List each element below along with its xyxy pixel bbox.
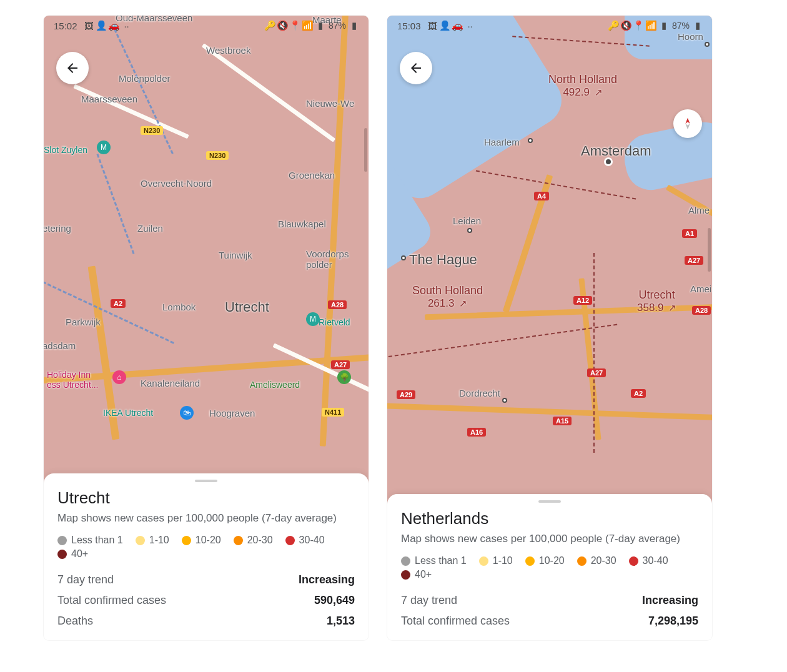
- stat-key: Total confirmed cases: [57, 594, 166, 607]
- legend-item: 30-40: [629, 555, 668, 566]
- road-badge: A27: [587, 368, 606, 377]
- scroll-indicator: [708, 228, 711, 272]
- map-label: etering: [44, 223, 71, 234]
- city-dot: [401, 255, 406, 260]
- legend-item: 1-10: [479, 555, 513, 566]
- legend-label: 10-20: [196, 535, 221, 546]
- road-badge: N230: [206, 151, 229, 160]
- legend-label: Less than 1: [415, 555, 467, 566]
- map-label: Amelisweerd: [250, 380, 300, 390]
- stat-value: Increasing: [299, 573, 355, 586]
- map-label: Overvecht-Noord: [141, 178, 212, 189]
- map-label: Maarsseveen: [81, 94, 137, 104]
- legend-item: 40+: [57, 548, 88, 560]
- stat-row: Total confirmed cases590,649: [57, 590, 355, 611]
- bottom-sheet[interactable]: Utrecht Map shows new cases per 100,000 …: [44, 473, 369, 640]
- legend-label: 40+: [415, 569, 432, 580]
- stat-row: Deaths1,513: [57, 611, 355, 631]
- sheet-subtitle: Map shows new cases per 100,000 people (…: [401, 532, 698, 546]
- map-label: Nieuwe-We: [306, 98, 354, 109]
- map-label: Westbroek: [206, 45, 250, 56]
- legend-item: 20-30: [234, 535, 273, 546]
- region-title: Utrecht: [57, 488, 355, 508]
- legend-label: 30-40: [299, 535, 325, 546]
- road-badge: N411: [322, 408, 344, 417]
- poi-pin[interactable]: M: [306, 312, 320, 326]
- region-overlay[interactable]: Utrecht358.9 ↗: [637, 289, 676, 314]
- road-badge: N230: [141, 126, 163, 135]
- bottom-sheet[interactable]: Netherlands Map shows new cases per 100,…: [387, 494, 712, 640]
- stat-value: 590,649: [314, 594, 355, 607]
- legend-dot: [234, 536, 243, 545]
- back-button[interactable]: [56, 52, 89, 84]
- sheet-subtitle: Map shows new cases per 100,000 people (…: [57, 511, 355, 526]
- map-label: Lombok: [162, 302, 196, 312]
- map-label: Oud-Maarsseveen: [116, 16, 192, 23]
- road-line: [387, 403, 712, 421]
- scroll-indicator: [364, 128, 367, 172]
- map-label: Hoorn: [678, 31, 703, 42]
- legend-dot: [57, 550, 67, 559]
- road-line: [73, 84, 189, 139]
- legend-dot: [577, 556, 587, 566]
- phone-right: 15:03 🖼 👤 🚗 ·· 🔑 🔇 📍 📶 ▮ 87% ▮: [387, 16, 712, 640]
- map-label: IKEA Utrecht: [103, 408, 153, 418]
- rail-line: [44, 276, 174, 343]
- drag-handle[interactable]: [195, 480, 217, 482]
- poi-pin[interactable]: M: [97, 141, 111, 154]
- legend-label: Less than 1: [71, 535, 123, 546]
- rail-line: [97, 154, 135, 254]
- stat-row: 7 day trendIncreasing: [401, 590, 698, 611]
- legend-dot: [136, 536, 145, 545]
- stat-key: 7 day trend: [401, 594, 457, 607]
- region-overlay[interactable]: South Holland261.3 ↗: [412, 284, 483, 310]
- compass-icon: [681, 117, 695, 131]
- poi-pin[interactable]: 🛍: [180, 406, 194, 420]
- map-label: adsdam: [44, 340, 76, 351]
- map-label: Holiday Inness Utrecht...: [47, 370, 98, 390]
- road-badge: A28: [692, 306, 711, 315]
- map-canvas[interactable]: HoornHaarlemAmsterdamAlmeLeidenThe Hague…: [387, 16, 712, 504]
- city-dot: [502, 398, 507, 403]
- region-border: [387, 324, 617, 358]
- region-overlay[interactable]: North Holland492.9 ↗: [548, 73, 617, 99]
- phone-left: 15:02 🖼 👤 🚗 ·· 🔑 🔇 📍 📶 ▮ 87% ▮: [44, 16, 369, 640]
- map-canvas[interactable]: Oud-MaarsseveenMaarteWestbroekMolenpolde…: [44, 16, 369, 483]
- legend-item: 10-20: [525, 555, 565, 566]
- map-label: Maarte: [312, 16, 342, 25]
- legend-label: 20-30: [591, 555, 616, 566]
- map-label: Slot Zuylen: [44, 145, 87, 155]
- stat-row: 7 day trendIncreasing: [57, 570, 355, 590]
- stat-key: Total confirmed cases: [401, 615, 510, 628]
- city-dot: [528, 138, 533, 143]
- legend: Less than 11-1010-2020-3030-4040+: [401, 555, 698, 580]
- poi-pin[interactable]: 🌳: [337, 370, 351, 384]
- stat-key: 7 day trend: [57, 573, 114, 586]
- legend-dot: [629, 556, 638, 566]
- poi-pin[interactable]: ⌂: [112, 370, 126, 384]
- back-button[interactable]: [400, 52, 432, 84]
- road-line: [202, 43, 335, 142]
- compass-button[interactable]: [673, 109, 702, 138]
- road-badge: A27: [685, 256, 703, 265]
- road-badge: A27: [331, 360, 350, 369]
- stat-value: 1,513: [327, 615, 355, 628]
- map-label: Amei: [690, 284, 711, 294]
- road-badge: A2: [111, 299, 126, 308]
- region-border: [593, 253, 595, 453]
- map-label: Utrecht: [225, 299, 269, 315]
- map-label: Molenpolder: [119, 73, 171, 84]
- water-sea: [387, 16, 571, 207]
- arrow-left-icon: [65, 61, 80, 76]
- map-label: Kanaleneiland: [141, 378, 200, 388]
- legend-label: 10-20: [539, 555, 565, 566]
- legend-item: 20-30: [577, 555, 616, 566]
- legend-item: 10-20: [182, 535, 221, 546]
- stat-value: Increasing: [642, 594, 698, 607]
- map-label: Alme: [688, 205, 710, 215]
- legend-label: 30-40: [643, 555, 668, 566]
- stat-key: Deaths: [57, 615, 93, 628]
- legend: Less than 11-1010-2020-3030-4040+: [57, 535, 355, 560]
- drag-handle[interactable]: [538, 500, 561, 503]
- stat-row: Total confirmed cases7,298,195: [401, 611, 698, 631]
